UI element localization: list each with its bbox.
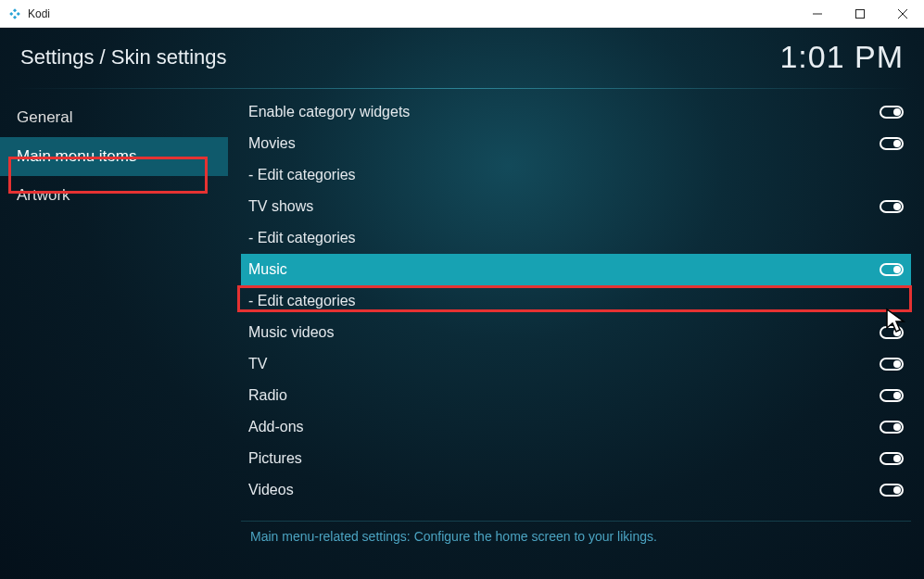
titlebar: Kodi [0,0,924,28]
setting-music[interactable]: Music [241,254,911,285]
clock: 1:01 PM [779,39,904,75]
setting-label: - Edit categories [248,293,904,309]
setting-label: - Edit categories [248,230,904,246]
maximize-button[interactable] [839,0,881,27]
toggle-icon[interactable] [880,484,904,497]
setting-label: Enable category widgets [248,104,880,120]
setting-label: - Edit categories [248,167,904,183]
toggle-icon[interactable] [880,421,904,434]
setting-label: Music videos [248,324,880,341]
toggle-icon[interactable] [880,452,904,465]
setting-edit-categories-movies[interactable]: - Edit categories [241,159,911,191]
minimize-button[interactable] [796,0,839,27]
header: Settings / Skin settings 1:01 PM [0,28,924,82]
toggle-icon[interactable] [880,137,904,150]
setting-label: TV shows [248,198,880,215]
toggle-icon[interactable] [880,326,904,339]
toggle-icon[interactable] [880,106,904,119]
setting-label: Radio [248,387,880,404]
toggle-icon[interactable] [880,358,904,371]
sidebar-item-artwork[interactable]: Artwork [0,176,228,215]
setting-pictures[interactable]: Pictures [241,443,911,474]
footer-help: Main menu-related settings: Configure th… [241,521,911,557]
setting-enable-category-widgets[interactable]: Enable category widgets [241,96,911,128]
window-title: Kodi [28,7,796,20]
setting-add-ons[interactable]: Add-ons [241,411,911,443]
setting-music-videos[interactable]: Music videos [241,317,911,348]
svg-rect-1 [856,9,865,18]
setting-videos[interactable]: Videos [241,474,911,506]
breadcrumb: Settings / Skin settings [20,45,227,69]
window-controls [796,0,924,27]
setting-movies[interactable]: Movies [241,128,911,159]
setting-tv-shows[interactable]: TV shows [241,191,911,222]
setting-edit-categories-music[interactable]: - Edit categories [241,285,911,317]
sidebar-item-general[interactable]: General [0,98,228,137]
setting-radio[interactable]: Radio [241,380,911,411]
main-panel: Enable category widgets Movies - Edit ca… [228,89,924,557]
setting-label: Pictures [248,450,880,467]
setting-label: Add-ons [248,419,880,435]
sidebar-item-main-menu-items[interactable]: Main menu items [0,137,228,176]
setting-label: TV [248,356,880,372]
toggle-icon[interactable] [880,200,904,213]
close-button[interactable] [881,0,924,27]
toggle-icon[interactable] [880,263,904,276]
toggle-icon[interactable] [880,389,904,402]
setting-edit-categories-tvshows[interactable]: - Edit categories [241,222,911,254]
content: General Main menu items Artwork Enable c… [0,89,924,557]
setting-label: Music [248,261,880,278]
sidebar: General Main menu items Artwork [0,89,228,557]
app-body: Settings / Skin settings 1:01 PM General… [0,28,924,579]
setting-label: Videos [248,482,880,498]
setting-label: Movies [248,135,880,152]
setting-tv[interactable]: TV [241,348,911,380]
settings-list: Enable category widgets Movies - Edit ca… [241,96,911,515]
kodi-icon [7,6,22,21]
